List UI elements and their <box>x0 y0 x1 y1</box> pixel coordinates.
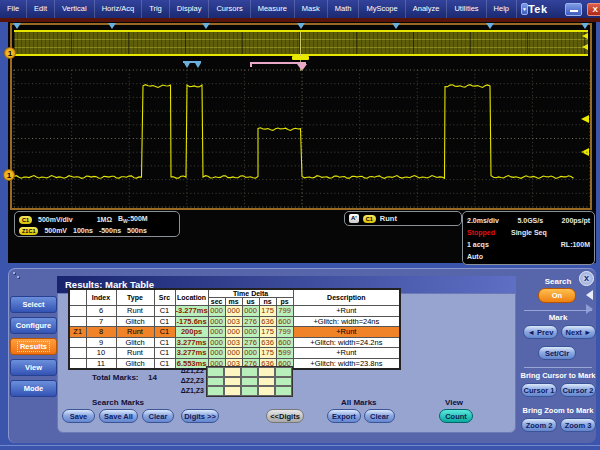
tab-mode[interactable]: Mode <box>10 380 57 397</box>
cursor1-button[interactable]: Cursor 1 <box>521 383 557 397</box>
menu-math[interactable]: Math <box>328 0 360 18</box>
zoom1-ch1-badge[interactable]: Z1C1 <box>19 227 38 235</box>
view-label: View <box>445 398 463 407</box>
tab-results[interactable]: Results <box>10 338 57 355</box>
zoom-vscale: 500mV <box>44 227 67 234</box>
menu-mask[interactable]: Mask <box>295 0 328 18</box>
all-marks-label: All Marks <box>341 398 377 407</box>
runt-lower-threshold-arrow-icon[interactable] <box>581 148 589 156</box>
menu-help[interactable]: Help <box>487 0 517 18</box>
panel-expand-arrow-icon[interactable] <box>586 304 593 314</box>
minimize-button[interactable] <box>565 3 582 16</box>
save-button[interactable]: Save <box>62 409 95 423</box>
delta-cell <box>275 377 292 387</box>
bring-cursor-label: Bring Cursor to Mark <box>516 371 600 380</box>
menu-cursors[interactable]: Cursors <box>209 0 250 18</box>
ch1-bandwidth: BW:500M <box>118 215 148 224</box>
prev-mark-button[interactable]: ◄ Prev <box>523 325 558 339</box>
mark-row-9[interactable]: 9GlitchC13.277ms000003276636600+Glitch: … <box>69 337 400 348</box>
search-mark-icon[interactable] <box>297 23 305 29</box>
export-button[interactable]: Export <box>327 409 361 423</box>
menu-utilities[interactable]: Utilities <box>447 0 486 18</box>
menu-edit[interactable]: Edit <box>27 0 55 18</box>
trigger-position-marker[interactable] <box>292 56 309 60</box>
unit-header-us: us <box>242 298 259 306</box>
acquisition-overview-band[interactable] <box>14 30 588 56</box>
runt-upper-threshold-arrow-icon[interactable] <box>581 115 589 123</box>
zoom-tscale: 100ns <box>73 227 93 234</box>
close-dialog-button[interactable]: x <box>579 271 594 286</box>
type-column-header: Type <box>116 289 154 306</box>
menu-analyze[interactable]: Analyze <box>406 0 448 18</box>
tab-label: Select <box>22 300 44 309</box>
menu-display[interactable]: Display <box>170 0 210 18</box>
mark-row-8[interactable]: Z18RuntC1200ps000000000175799+Runt <box>69 327 400 338</box>
ch1-badge[interactable]: C1 <box>19 216 32 224</box>
digits-forward-button[interactable]: Digits >> <box>181 409 219 423</box>
close-window-button[interactable]: X <box>587 3 600 16</box>
delta-cell <box>207 377 224 387</box>
search-mark-icon[interactable] <box>392 23 400 29</box>
zoom2-marker-icon <box>297 64 307 71</box>
trigger-readout-box: A' C1 Runt <box>344 211 462 226</box>
tab-view[interactable]: View <box>10 359 57 376</box>
clear-search-marks-button[interactable]: Clear <box>142 409 174 423</box>
tab-select[interactable]: Select <box>10 296 57 313</box>
trigger-source-badge[interactable]: C1 <box>363 215 376 223</box>
set-clear-mark-button[interactable]: Set/Clr <box>538 346 576 360</box>
delta-cell <box>258 386 275 396</box>
mark-row-6[interactable]: 6RuntC1-3.277ms000000000175799+Runt <box>69 306 400 317</box>
delta-cell <box>275 367 292 377</box>
divider <box>0 445 600 446</box>
channel1-reference-badge[interactable]: 1 <box>3 169 15 181</box>
mark-row-7[interactable]: 7GlitchC1-175.6ns000003276636600+Glitch:… <box>69 316 400 327</box>
digits-back-button[interactable]: <<Digits <box>266 409 304 423</box>
search-section-label: Search <box>536 277 580 286</box>
search-mark-icon[interactable] <box>13 23 21 29</box>
menu-measure[interactable]: Measure <box>251 0 295 18</box>
count-view-button[interactable]: Count <box>439 409 473 423</box>
chevron-down-icon: ▼ <box>522 6 527 12</box>
menu-items: FileEditVerticalHoriz/AcqTrigDisplayCurs… <box>0 0 517 18</box>
dialog-grip[interactable] <box>13 272 21 280</box>
panel-collapse-arrow-icon[interactable] <box>586 290 593 300</box>
delta-cell <box>207 367 224 377</box>
unit-header-ns: ns <box>259 298 276 306</box>
total-marks-label: Total Marks: <box>92 373 139 382</box>
search-mark-icon[interactable] <box>202 23 210 29</box>
save-all-button[interactable]: Save All <box>99 409 138 423</box>
search-on-button[interactable]: On <box>538 288 576 303</box>
zoom2-button[interactable]: Zoom 2 <box>521 418 557 432</box>
search-mark-icon[interactable] <box>486 23 494 29</box>
menu-horiz-acq[interactable]: Horiz/Acq <box>95 0 143 18</box>
search-mark-icon[interactable] <box>581 23 589 29</box>
tab-label: View <box>25 363 42 372</box>
ch1-impedance: 1MΩ <box>97 216 112 223</box>
menu-trig[interactable]: Trig <box>142 0 170 18</box>
menu-file[interactable]: File <box>0 0 27 18</box>
menu-vertical[interactable]: Vertical <box>55 0 95 18</box>
next-mark-button[interactable]: Next ► <box>561 325 596 339</box>
overview-channel1-badge[interactable]: 1 <box>4 47 16 59</box>
zoom3-button[interactable]: Zoom 3 <box>560 418 596 432</box>
delta-cell <box>224 386 241 396</box>
delta-cell <box>224 377 241 387</box>
tab-configure[interactable]: Configure <box>10 317 57 334</box>
menu-overflow-button[interactable]: ▼ <box>521 3 528 15</box>
mark-row-10[interactable]: 10RuntC13.277ms000000000175599+Runt <box>69 348 400 359</box>
delta-cell <box>224 367 241 377</box>
delta-cell <box>275 386 292 396</box>
search-mark-icon[interactable] <box>108 23 116 29</box>
acq-count: 1 acqs <box>467 241 489 248</box>
delta-zoom-grid <box>206 366 293 397</box>
acq-status: Stopped <box>467 229 495 236</box>
zoom1-marker-icon <box>195 63 201 68</box>
tek-logo: Tek <box>528 3 548 15</box>
menu-myscope[interactable]: MyScope <box>359 0 405 18</box>
separator <box>524 310 592 311</box>
clear-all-marks-button[interactable]: Clear <box>364 409 395 423</box>
ch1-scale: 500mV/div <box>38 216 73 223</box>
trigger-type: Runt <box>380 214 397 223</box>
time-delta-header: Time Delta <box>208 289 293 298</box>
cursor2-button[interactable]: Cursor 2 <box>560 383 596 397</box>
